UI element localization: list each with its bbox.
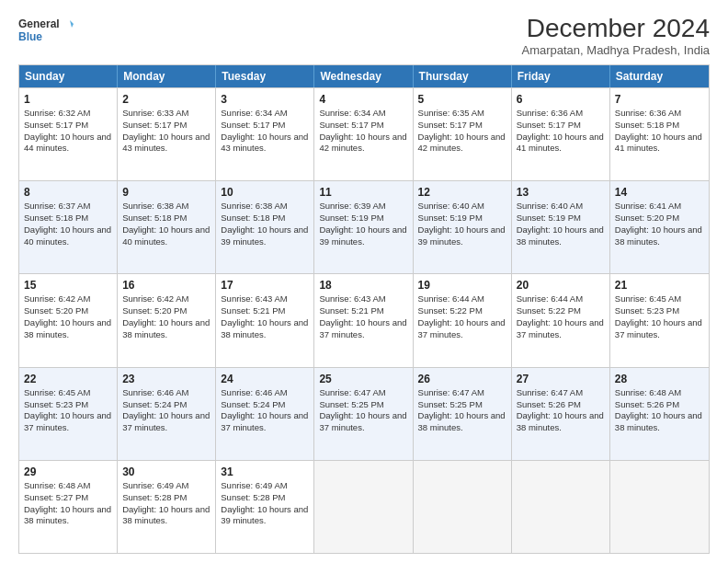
cal-cell-30: 30Sunrise: 6:49 AMSunset: 5:28 PMDayligh…: [118, 461, 216, 553]
calendar-week-4: 22Sunrise: 6:45 AMSunset: 5:23 PMDayligh…: [19, 367, 709, 460]
day-number: 25: [319, 372, 407, 386]
title-block: December 2024 Amarpatan, Madhya Pradesh,…: [521, 15, 710, 57]
day-number: 29: [24, 465, 112, 479]
day-number: 8: [24, 185, 112, 200]
cal-cell-25: 25Sunrise: 6:47 AMSunset: 5:25 PMDayligh…: [314, 368, 413, 460]
day-number: 17: [221, 278, 309, 293]
cal-cell-empty: [314, 461, 413, 553]
cal-cell-4: 4Sunrise: 6:34 AMSunset: 5:17 PMDaylight…: [314, 88, 413, 180]
cal-cell-27: 27Sunrise: 6:47 AMSunset: 5:26 PMDayligh…: [512, 368, 610, 460]
cal-cell-22: 22Sunrise: 6:45 AMSunset: 5:23 PMDayligh…: [19, 368, 118, 460]
day-number: 19: [418, 278, 506, 293]
cal-cell-31: 31Sunrise: 6:49 AMSunset: 5:28 PMDayligh…: [216, 461, 314, 553]
day-number: 22: [24, 372, 112, 386]
day-number: 5: [418, 92, 506, 107]
calendar-week-1: 1Sunrise: 6:32 AMSunset: 5:17 PMDaylight…: [19, 87, 709, 180]
day-number: 11: [319, 185, 407, 200]
cal-cell-7: 7Sunrise: 6:36 AMSunset: 5:18 PMDaylight…: [610, 88, 709, 180]
svg-marker-3: [70, 20, 74, 28]
day-number: 28: [615, 372, 704, 386]
logo-svg: General Blue: [18, 15, 74, 48]
cal-cell-23: 23Sunrise: 6:46 AMSunset: 5:24 PMDayligh…: [118, 368, 216, 460]
day-number: 9: [122, 185, 210, 200]
cal-cell-6: 6Sunrise: 6:36 AMSunset: 5:17 PMDaylight…: [512, 88, 610, 180]
cal-cell-2: 2Sunrise: 6:33 AMSunset: 5:17 PMDaylight…: [118, 88, 216, 180]
cal-cell-17: 17Sunrise: 6:43 AMSunset: 5:21 PMDayligh…: [216, 274, 314, 366]
header: General Blue December 2024 Amarpatan, Ma…: [18, 15, 710, 57]
cal-cell-12: 12Sunrise: 6:40 AMSunset: 5:19 PMDayligh…: [414, 181, 512, 273]
calendar-body: 1Sunrise: 6:32 AMSunset: 5:17 PMDaylight…: [19, 87, 709, 553]
calendar-header-row: SundayMondayTuesdayWednesdayThursdayFrid…: [19, 65, 709, 87]
day-number: 2: [122, 92, 210, 107]
day-number: 20: [517, 278, 605, 293]
cal-cell-19: 19Sunrise: 6:44 AMSunset: 5:22 PMDayligh…: [414, 274, 512, 366]
header-day-sunday: Sunday: [19, 65, 118, 87]
calendar-week-2: 8Sunrise: 6:37 AMSunset: 5:18 PMDaylight…: [19, 180, 709, 273]
header-day-friday: Friday: [512, 65, 610, 87]
cal-cell-11: 11Sunrise: 6:39 AMSunset: 5:19 PMDayligh…: [314, 181, 413, 273]
cal-cell-20: 20Sunrise: 6:44 AMSunset: 5:22 PMDayligh…: [512, 274, 610, 366]
cal-cell-9: 9Sunrise: 6:38 AMSunset: 5:18 PMDaylight…: [118, 181, 216, 273]
cal-cell-18: 18Sunrise: 6:43 AMSunset: 5:21 PMDayligh…: [314, 274, 413, 366]
cal-cell-29: 29Sunrise: 6:48 AMSunset: 5:27 PMDayligh…: [19, 461, 118, 553]
day-number: 30: [122, 465, 210, 479]
cal-cell-26: 26Sunrise: 6:47 AMSunset: 5:25 PMDayligh…: [414, 368, 512, 460]
day-number: 6: [517, 92, 605, 107]
day-number: 12: [418, 185, 506, 200]
calendar-week-3: 15Sunrise: 6:42 AMSunset: 5:20 PMDayligh…: [19, 273, 709, 366]
day-number: 21: [615, 278, 704, 293]
day-number: 7: [615, 92, 704, 107]
day-number: 24: [221, 372, 309, 386]
day-number: 26: [418, 372, 506, 386]
header-day-monday: Monday: [118, 65, 216, 87]
cal-cell-1: 1Sunrise: 6:32 AMSunset: 5:17 PMDaylight…: [19, 88, 118, 180]
cal-cell-empty: [512, 461, 610, 553]
subtitle: Amarpatan, Madhya Pradesh, India: [521, 43, 710, 57]
header-day-wednesday: Wednesday: [314, 65, 413, 87]
day-number: 15: [24, 278, 112, 293]
cal-cell-24: 24Sunrise: 6:46 AMSunset: 5:24 PMDayligh…: [216, 368, 314, 460]
cal-cell-8: 8Sunrise: 6:37 AMSunset: 5:18 PMDaylight…: [19, 181, 118, 273]
day-number: 31: [221, 465, 309, 479]
day-number: 13: [517, 185, 605, 200]
logo: General Blue: [18, 15, 74, 48]
cal-cell-15: 15Sunrise: 6:42 AMSunset: 5:20 PMDayligh…: [19, 274, 118, 366]
header-day-saturday: Saturday: [610, 65, 709, 87]
cal-cell-5: 5Sunrise: 6:35 AMSunset: 5:17 PMDaylight…: [414, 88, 512, 180]
day-number: 16: [122, 278, 210, 293]
cal-cell-empty: [610, 461, 709, 553]
svg-text:Blue: Blue: [18, 30, 42, 43]
day-number: 4: [319, 92, 407, 107]
cal-cell-10: 10Sunrise: 6:38 AMSunset: 5:18 PMDayligh…: [216, 181, 314, 273]
header-day-thursday: Thursday: [414, 65, 512, 87]
cal-cell-3: 3Sunrise: 6:34 AMSunset: 5:17 PMDaylight…: [216, 88, 314, 180]
day-number: 14: [615, 185, 704, 200]
day-number: 23: [122, 372, 210, 386]
calendar: SundayMondayTuesdayWednesdayThursdayFrid…: [18, 64, 710, 554]
cal-cell-21: 21Sunrise: 6:45 AMSunset: 5:23 PMDayligh…: [610, 274, 709, 366]
day-number: 27: [517, 372, 605, 386]
page: General Blue December 2024 Amarpatan, Ma…: [0, 0, 728, 563]
cal-cell-empty: [414, 461, 512, 553]
cal-cell-14: 14Sunrise: 6:41 AMSunset: 5:20 PMDayligh…: [610, 181, 709, 273]
main-title: December 2024: [521, 15, 710, 43]
day-number: 18: [319, 278, 407, 293]
calendar-week-5: 29Sunrise: 6:48 AMSunset: 5:27 PMDayligh…: [19, 460, 709, 553]
cal-cell-16: 16Sunrise: 6:42 AMSunset: 5:20 PMDayligh…: [118, 274, 216, 366]
svg-text:General: General: [18, 17, 60, 30]
day-number: 1: [24, 92, 112, 107]
day-number: 10: [221, 185, 309, 200]
cal-cell-28: 28Sunrise: 6:48 AMSunset: 5:26 PMDayligh…: [610, 368, 709, 460]
cal-cell-13: 13Sunrise: 6:40 AMSunset: 5:19 PMDayligh…: [512, 181, 610, 273]
day-number: 3: [221, 92, 309, 107]
header-day-tuesday: Tuesday: [216, 65, 314, 87]
